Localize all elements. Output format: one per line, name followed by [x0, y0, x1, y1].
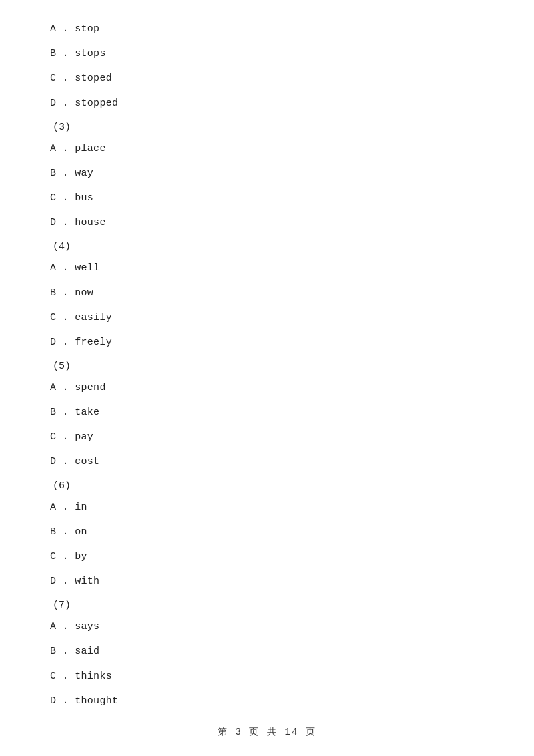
question-number-4: (6) — [50, 480, 484, 492]
option-1-2: C . bus — [50, 189, 484, 207]
option-0-1: B . stops — [50, 45, 484, 63]
option-1-1: B . way — [50, 164, 484, 182]
option-1-0: A . place — [50, 140, 484, 158]
option-4-1: B . on — [50, 523, 484, 541]
option-2-2: C . easily — [50, 309, 484, 327]
option-3-0: A . spend — [50, 379, 484, 397]
option-0-0: A . stop — [50, 20, 484, 38]
option-5-3: D . thought — [50, 692, 484, 710]
question-number-3: (5) — [50, 361, 484, 372]
page-footer: 第 3 页 共 14 页 — [0, 726, 534, 738]
option-3-3: D . cost — [50, 453, 484, 471]
option-0-2: C . stoped — [50, 69, 484, 87]
option-3-2: C . pay — [50, 428, 484, 446]
option-5-0: A . says — [50, 618, 484, 636]
option-2-0: A . well — [50, 259, 484, 277]
option-3-1: B . take — [50, 403, 484, 421]
question-number-2: (4) — [50, 241, 484, 252]
question-number-5: (7) — [50, 600, 484, 611]
question-number-1: (3) — [50, 122, 484, 133]
option-2-1: B . now — [50, 284, 484, 302]
footer-text: 第 3 页 共 14 页 — [218, 727, 316, 737]
option-1-3: D . house — [50, 214, 484, 232]
main-content: A . stopB . stopsC . stopedD . stopped(3… — [0, 0, 534, 756]
option-2-3: D . freely — [50, 333, 484, 351]
option-4-2: C . by — [50, 548, 484, 566]
option-4-0: A . in — [50, 498, 484, 516]
option-5-2: C . thinks — [50, 667, 484, 685]
option-4-3: D . with — [50, 572, 484, 590]
option-5-1: B . said — [50, 642, 484, 660]
option-0-3: D . stopped — [50, 94, 484, 112]
